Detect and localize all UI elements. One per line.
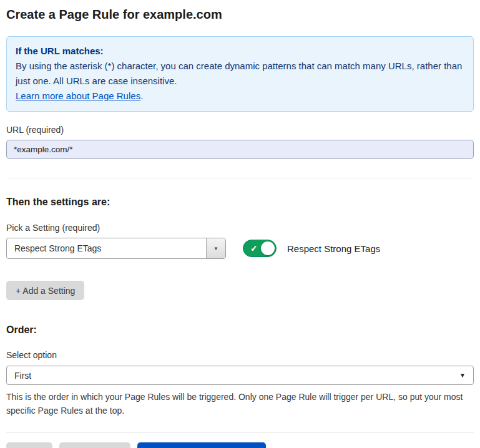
setting-row: Respect Strong ETags ▼ ✓ Respect Strong … [6, 238, 474, 259]
chevron-down-icon: ▼ [213, 246, 218, 251]
check-icon: ✓ [250, 244, 258, 253]
learn-more-link[interactable]: Learn more about Page Rules [16, 90, 140, 101]
footer-actions: Cancel Save as Draft Save and Deploy Pag… [6, 442, 474, 448]
section-divider [6, 178, 474, 178]
url-input[interactable] [6, 140, 474, 159]
save-deploy-button[interactable]: Save and Deploy Page Rule [137, 442, 266, 448]
chevron-down-icon: ▼ [459, 372, 466, 379]
info-link-period: . [140, 90, 143, 101]
cancel-button[interactable]: Cancel [6, 442, 52, 448]
order-help-text: This is the order in which your Page Rul… [6, 390, 472, 417]
save-draft-button[interactable]: Save as Draft [59, 442, 131, 448]
select-option-label: Select option [6, 350, 474, 360]
add-setting-button[interactable]: + Add a Setting [6, 281, 84, 300]
settings-section-heading: Then the settings are: [6, 197, 474, 208]
create-page-rule-form: Create a Page Rule for example.com If th… [0, 0, 480, 448]
order-select-value: First [14, 371, 459, 381]
page-title: Create a Page Rule for example.com [6, 6, 474, 22]
info-link-line: Learn more about Page Rules. [16, 89, 464, 104]
url-label: URL (required) [6, 125, 474, 135]
info-box-heading: If the URL matches: [16, 44, 464, 59]
setting-select-arrow-button[interactable]: ▼ [206, 238, 225, 258]
order-select[interactable]: First ▼ [6, 366, 474, 385]
setting-select[interactable]: Respect Strong ETags ▼ [6, 238, 226, 259]
info-box-body: By using the asterisk (*) character, you… [16, 59, 464, 89]
order-section-heading: Order: [6, 324, 474, 336]
pick-setting-label: Pick a Setting (required) [6, 223, 474, 233]
respect-strong-etags-toggle[interactable]: ✓ [243, 240, 277, 257]
setting-select-value: Respect Strong ETags [7, 243, 206, 253]
footer-divider [6, 432, 474, 433]
setting-toggle-label: Respect Strong ETags [287, 243, 380, 254]
toggle-knob [261, 241, 275, 255]
url-match-info-box: If the URL matches: By using the asteris… [6, 36, 474, 112]
